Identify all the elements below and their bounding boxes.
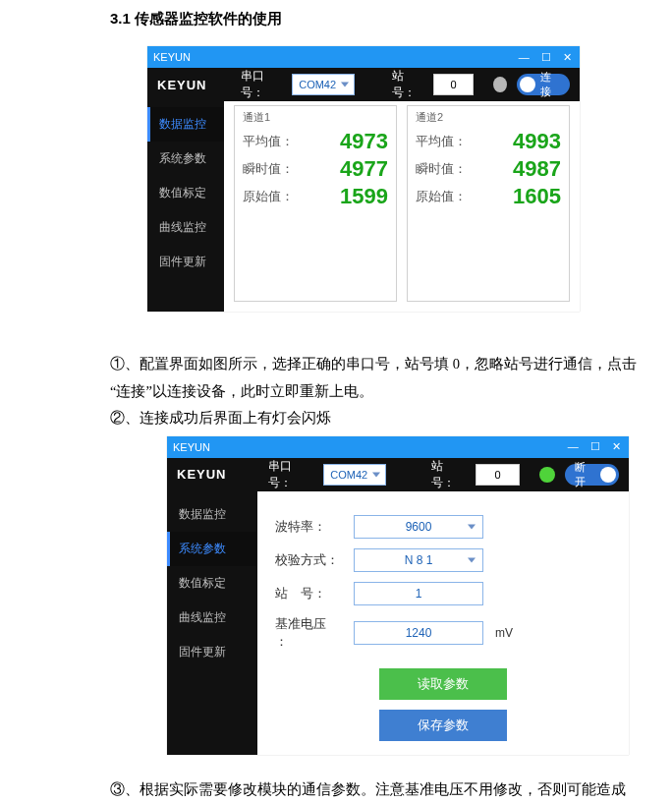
metric-value: 1605 [513,184,561,209]
station-label: 站号： [431,458,466,491]
app-logo: KEYUN [177,467,227,482]
station-input[interactable]: 1 [354,582,483,605]
metric-value: 4987 [513,156,561,182]
status-led [493,77,507,92]
sidebar-item-curve-monitor[interactable]: 曲线监控 [147,210,224,245]
sidebar-item-curve-monitor[interactable]: 曲线监控 [167,601,257,635]
disconnect-button[interactable]: 断开 [565,464,619,486]
paragraph-3: ③、根据实际需要修改模块的通信参数。注意基准电压不用修改，否则可能造成 [110,776,643,803]
baud-label: 波特率： [275,518,342,536]
header-bar: KEYUN 串口号： COM42 站号： 0 连接 [147,68,580,101]
window-title: KEYUN [173,441,210,453]
window-title: KEYUN [153,51,191,63]
paragraph-2: ②、连接成功后界面上有灯会闪烁 [110,405,643,432]
header-bar: KEYUN 串口号： COM42 站号： 0 断开 [167,458,629,491]
port-label: 串口号： [241,68,283,101]
sidebar-item-sys-params[interactable]: 系统参数 [147,142,224,176]
station-label: 站 号： [275,585,342,602]
sidebar-item-calibration[interactable]: 数值标定 [167,566,257,601]
window-controls[interactable]: — ☐ ✕ [519,51,574,64]
metric-label: 平均值： [243,133,294,150]
sidebar-item-firmware[interactable]: 固件更新 [167,635,257,669]
sidebar-item-firmware[interactable]: 固件更新 [147,245,224,279]
vref-unit: mV [495,626,513,640]
port-select[interactable]: COM42 [323,464,386,486]
section-heading: 3.1 传感器监控软件的使用 [110,10,672,29]
sidebar: 数据监控 系统参数 数值标定 曲线监控 固件更新 [167,491,257,755]
sidebar: 数据监控 系统参数 数值标定 曲线监控 固件更新 [147,101,224,312]
station-input[interactable]: 0 [433,74,474,95]
port-label: 串口号： [268,458,314,491]
connect-button[interactable]: 连接 [517,74,570,95]
metric-value: 4977 [340,156,388,182]
vref-input[interactable]: 1240 [354,621,483,645]
app-logo: KEYUN [157,78,207,92]
station-label: 站号： [392,68,423,101]
vref-label: 基准电压 ： [275,615,342,651]
save-params-button[interactable]: 保存参数 [379,710,507,741]
window-controls[interactable]: — ☐ ✕ [568,440,623,453]
station-input[interactable]: 0 [476,464,520,486]
parity-label: 校验方式： [275,551,342,569]
metric-label: 瞬时值： [243,160,294,178]
sidebar-item-data-monitor[interactable]: 数据监控 [147,107,224,142]
app-window-1: KEYUN — ☐ ✕ KEYUN 串口号： COM42 站号： 0 连接 数据… [147,46,580,312]
metric-value: 4993 [513,129,561,154]
read-params-button[interactable]: 读取参数 [379,668,507,700]
metric-value: 1599 [340,184,388,209]
channel-title: 通道2 [416,110,561,125]
sidebar-item-data-monitor[interactable]: 数据监控 [167,497,257,532]
status-led [539,467,555,483]
channel-title: 通道1 [243,110,388,125]
titlebar: KEYUN — ☐ ✕ [147,46,580,68]
titlebar: KEYUN — ☐ ✕ [167,436,629,458]
metric-value: 4973 [340,129,388,154]
metric-label: 平均值： [416,133,467,150]
channel-panel-2: 通道2 平均值：4993 瞬时值：4987 原始值：1605 [407,105,570,302]
metric-label: 瞬时值： [416,160,467,178]
sidebar-item-sys-params[interactable]: 系统参数 [167,532,257,566]
baud-select[interactable]: 9600 [354,515,483,539]
sidebar-item-calibration[interactable]: 数值标定 [147,176,224,210]
paragraph-1: ①、配置界面如图所示，选择正确的串口号，站号填 0，忽略站号进行通信，点击“连接… [110,351,643,405]
channel-panel-1: 通道1 平均值：4973 瞬时值：4977 原始值：1599 [234,105,397,302]
parity-select[interactable]: N 8 1 [354,548,483,572]
metric-label: 原始值： [243,188,294,205]
metric-label: 原始值： [416,188,467,205]
app-window-2: KEYUN — ☐ ✕ KEYUN 串口号： COM42 站号： 0 断开 数据… [167,436,629,755]
port-select[interactable]: COM42 [292,74,355,95]
